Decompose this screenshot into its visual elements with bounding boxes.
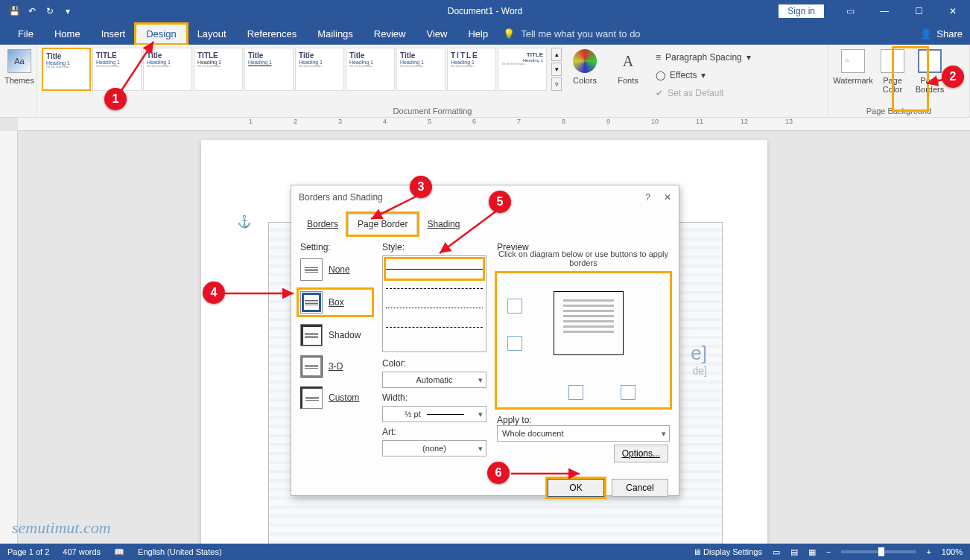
style-dotted[interactable] — [386, 298, 483, 317]
apply-to-label: Apply to: — [497, 415, 532, 425]
paragraph-spacing-button[interactable]: ≡Paragraph Spacing▾ — [656, 49, 751, 66]
style-column: Style: Color: Automatic Width: ½ pt Art:… — [382, 242, 486, 467]
ribbon-design: AaThemes TitleHeading 1On the Insert tab… — [0, 45, 970, 118]
dialog-close-icon[interactable]: ✕ — [664, 192, 671, 203]
view-read-icon[interactable]: ▭ — [773, 547, 780, 557]
status-language[interactable]: English (United States) — [138, 547, 222, 556]
menu-help[interactable]: Help — [457, 24, 498, 44]
undo-icon[interactable]: ↶ — [25, 4, 39, 18]
style-solid[interactable] — [386, 259, 483, 279]
apply-to-combo[interactable]: Whole document — [497, 425, 670, 442]
setting-box[interactable]: Box — [299, 290, 372, 315]
style-dashed-long[interactable] — [386, 279, 483, 298]
tab-borders[interactable]: Borders — [297, 214, 348, 235]
tab-shading[interactable]: Shading — [417, 214, 469, 235]
setting-3d[interactable]: 3-D — [300, 355, 372, 378]
options-button[interactable]: Options... — [614, 445, 668, 462]
menu-review[interactable]: Review — [364, 24, 416, 44]
setting-custom[interactable]: Custom — [300, 386, 372, 409]
menu-layout[interactable]: Layout — [187, 24, 237, 44]
proofing-icon[interactable]: 📖 — [114, 547, 124, 557]
callout-2: 2 — [942, 66, 964, 88]
anchor-icon: ⚓ — [237, 214, 252, 229]
minimize-icon[interactable]: — — [867, 0, 901, 22]
zoom-level[interactable]: 100% — [942, 547, 963, 556]
colors-button[interactable]: Colors — [565, 48, 605, 101]
dialog-tabs: Borders Page Border Shading — [291, 214, 679, 235]
style-thumb[interactable]: TITLEHeading 1On the Insert tab... — [447, 48, 496, 91]
save-icon[interactable]: 💾 — [7, 4, 21, 18]
style-thumb[interactable]: TITLEHeading 1On the Insert tab... — [92, 48, 142, 91]
style-gallery[interactable]: TitleHeading 1On the Insert tab... TITLE… — [42, 48, 547, 91]
qat-customize-icon[interactable]: ▾ — [61, 4, 75, 18]
gallery-up-icon[interactable]: ▴ — [551, 48, 562, 61]
style-list[interactable] — [382, 255, 486, 352]
dialog-titlebar[interactable]: Borders and Shading ?✕ — [291, 185, 679, 209]
style-thumb[interactable]: TitleHeading 1On the Insert tab... — [396, 48, 446, 91]
color-combo[interactable]: Automatic — [382, 372, 486, 388]
paragraph-spacing-icon: ≡ — [656, 52, 661, 63]
ruler-horizontal[interactable]: 12345678910111213 — [18, 118, 970, 131]
themes-button[interactable]: AaThemes — [4, 48, 34, 101]
menu-insert[interactable]: Insert — [91, 24, 136, 44]
tell-me-placeholder: Tell me what you want to do — [521, 28, 640, 39]
status-words[interactable]: 407 words — [63, 547, 101, 556]
tab-page-border[interactable]: Page Border — [348, 214, 417, 235]
fonts-button[interactable]: AFonts — [608, 48, 648, 101]
cancel-button[interactable]: Cancel — [612, 479, 668, 497]
border-right-toggle[interactable] — [621, 385, 635, 400]
status-page[interactable]: Page 1 of 2 — [7, 547, 49, 556]
ok-button[interactable]: OK — [548, 479, 604, 497]
style-thumb[interactable]: TitleHeading 1On the Insert tab... — [143, 48, 192, 91]
group-label-formatting: Document Formatting — [42, 105, 823, 115]
preview-area: Click on diagram below or use buttons to… — [497, 273, 670, 407]
redo-icon[interactable]: ↻ — [43, 4, 57, 18]
border-left-toggle[interactable] — [568, 385, 583, 400]
style-thumb[interactable]: TitleHeading 1On the Insert tab... — [295, 48, 344, 91]
border-top-toggle[interactable] — [507, 299, 522, 314]
menu-mailings[interactable]: Mailings — [307, 24, 364, 44]
width-combo[interactable]: ½ pt — [382, 406, 486, 422]
display-settings-button[interactable]: 🖥 Display Settings — [693, 547, 762, 556]
maximize-icon[interactable]: ☐ — [901, 0, 936, 22]
watermark-button[interactable]: AWatermark — [833, 48, 873, 101]
effects-button[interactable]: ◯Effects▾ — [656, 67, 751, 83]
share-button[interactable]: 👤 Share — [920, 28, 963, 39]
zoom-slider[interactable] — [841, 550, 916, 553]
view-print-icon[interactable]: ▤ — [790, 547, 798, 557]
setting-shadow[interactable]: Shadow — [300, 324, 372, 346]
setting-none[interactable]: None — [300, 258, 372, 281]
style-thumb[interactable]: TitleHeading 1On the Insert tab... — [42, 48, 91, 91]
gallery-more-icon[interactable]: ▿ — [551, 77, 562, 91]
style-thumb[interactable]: TITLEHeading 1On the Insert tab... — [194, 48, 243, 91]
tell-me-search[interactable]: 💡 Tell me what you want to do — [503, 28, 640, 39]
status-bar: Page 1 of 2 407 words 📖 English (United … — [0, 544, 970, 560]
menu-view[interactable]: View — [416, 24, 457, 44]
signin-button[interactable]: Sign in — [779, 4, 824, 18]
ruler-vertical[interactable] — [0, 131, 18, 544]
menu-file[interactable]: File — [7, 24, 44, 44]
menu-references[interactable]: References — [237, 24, 307, 44]
callout-6: 6 — [487, 462, 510, 484]
style-label: Style: — [382, 242, 486, 252]
highlight-page-borders — [892, 46, 929, 112]
menu-design[interactable]: Design — [136, 24, 186, 44]
preview-page[interactable] — [554, 291, 624, 355]
menu-home[interactable]: Home — [44, 24, 91, 44]
gallery-down-icon[interactable]: ▾ — [551, 63, 562, 76]
ribbon-display-icon[interactable]: ▭ — [833, 0, 867, 22]
style-thumb[interactable]: TITLEHeading 1On the Insert tab... — [498, 48, 547, 91]
art-combo[interactable]: (none) — [382, 440, 486, 456]
set-default-button[interactable]: ✔Set as Default — [656, 85, 751, 101]
cover-title-placeholder[interactable]: e] — [691, 342, 707, 365]
dialog-help-icon[interactable]: ? — [645, 192, 650, 203]
border-bottom-toggle[interactable] — [507, 336, 522, 351]
cover-subtitle-placeholder[interactable]: de] — [691, 365, 707, 377]
zoom-in-icon[interactable]: + — [926, 547, 931, 556]
style-thumb[interactable]: TitleHeading 1On the Insert tab... — [346, 48, 395, 91]
close-icon[interactable]: ✕ — [936, 0, 970, 22]
view-web-icon[interactable]: ▦ — [808, 547, 816, 557]
zoom-out-icon[interactable]: − — [826, 547, 831, 556]
style-thumb[interactable]: TitleHeading 1On the Insert tab... — [244, 48, 294, 91]
style-dashed[interactable] — [386, 317, 483, 337]
